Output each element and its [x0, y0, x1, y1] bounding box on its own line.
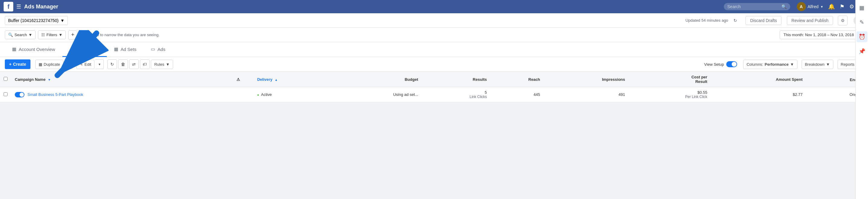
edit-icon: ✎	[80, 62, 83, 67]
tab-account-overview[interactable]: ▦ Account Overview	[5, 42, 62, 57]
tab-account-overview-label: Account Overview	[19, 47, 55, 52]
rules-label: Rules	[154, 62, 164, 67]
nav-icons: A Alfred ▼ 🔔 ⚑ ⚙ ⓘ	[797, 2, 864, 11]
delivery-cell: ● Active	[254, 87, 332, 102]
campaign-name-link[interactable]: Small Business 5-Part Playbook	[27, 92, 83, 97]
ad-sets-icon: ▦	[114, 46, 118, 52]
campaign-name-header[interactable]: Campaign Name ▼	[11, 72, 223, 87]
search-icon: 🔍	[781, 4, 786, 9]
toolbar: + Create ▦ Duplicate ▼ ✎ Edit ▼ ↻ 🗑 ⇄ 🏷 …	[0, 57, 868, 72]
tab-ads[interactable]: ▭ Ads	[144, 42, 173, 57]
edit-button[interactable]: ✎ Edit	[76, 60, 94, 69]
impressions-cell: 491	[544, 87, 629, 102]
reach-header: Reach	[490, 72, 544, 87]
search-filter-label: Search	[14, 33, 27, 37]
reports-label: Reports	[841, 62, 855, 67]
delete-tool-icon[interactable]: 🗑	[118, 59, 128, 69]
tag-tool-icon[interactable]: 🏷	[140, 59, 150, 69]
campaign-name-cell: Small Business 5-Part Playbook	[11, 87, 223, 102]
user-chevron-icon: ▼	[820, 5, 824, 8]
sidebar-pin-icon[interactable]: 📌	[857, 46, 867, 57]
search-bar: 🔍	[724, 3, 790, 10]
date-range-label: This month: Nov 1, 2018 – Nov 13, 2018	[783, 33, 854, 37]
sidebar-clock-icon[interactable]: ⏰	[857, 31, 867, 42]
add-filter-button[interactable]: +	[68, 30, 77, 39]
delivery-sort-icon: ▲	[275, 78, 278, 81]
warning-cell	[223, 87, 254, 102]
search-filter-button[interactable]: 🔍 Search ▼	[5, 30, 36, 39]
date-range-button[interactable]: This month: Nov 1, 2018 – Nov 13, 2018 ▼	[780, 30, 863, 39]
row-checkbox[interactable]	[4, 92, 7, 96]
budget-header: Budget	[332, 72, 422, 87]
move-tool-icon[interactable]: ⇄	[129, 59, 139, 69]
tab-campaigns[interactable]: 🗂 Campaigns	[62, 42, 107, 57]
right-sidebar: ▦ ✎ ⏰ 📌	[855, 0, 868, 102]
hamburger-icon[interactable]: ☰	[16, 3, 21, 10]
tab-ad-sets-label: Ad Sets	[121, 47, 136, 52]
duplicate-icon: ▦	[39, 62, 42, 67]
flag-icon[interactable]: ⚑	[840, 3, 844, 10]
columns-value: Performance	[765, 62, 788, 67]
duplicate-button[interactable]: ▦ Duplicate	[35, 60, 63, 69]
edit-arrow-button[interactable]: ▼	[95, 59, 104, 69]
rules-chevron-icon: ▼	[166, 62, 170, 67]
duplicate-label: Duplicate	[44, 62, 60, 67]
cost-per-result-cell: $0.55 Per Link Click	[629, 87, 711, 102]
campaign-sort-icon: ▼	[48, 78, 51, 81]
rules-button[interactable]: Rules ▼	[151, 60, 173, 69]
breakdown-chevron-icon: ▼	[826, 62, 830, 67]
ads-icon: ▭	[151, 46, 155, 52]
campaign-status-toggle[interactable]	[15, 92, 25, 97]
duplicate-arrow-button[interactable]: ▼	[64, 59, 73, 69]
discard-drafts-button[interactable]: Discard Drafts	[746, 16, 781, 25]
updated-status: Updated 54 minutes ago	[685, 18, 728, 23]
status-toggle-knob	[20, 93, 24, 97]
sub-nav: Buffer (104162123274750) ▼ Updated 54 mi…	[0, 13, 868, 28]
amount-spent-cell: $2.77	[711, 87, 806, 102]
tab-ad-sets[interactable]: ▦ Ad Sets	[107, 42, 144, 57]
avatar: A	[797, 2, 806, 11]
filters-button[interactable]: ☷ Filters ▼	[38, 30, 66, 39]
settings-icon[interactable]: ⚙	[849, 3, 854, 10]
campaigns-table: Campaign Name ▼ ⚠ Delivery ▲ Budget Resu…	[0, 72, 868, 102]
refresh-icon[interactable]: ↻	[734, 18, 737, 23]
sidebar-edit-icon[interactable]: ✎	[857, 17, 867, 28]
columns-button[interactable]: Columns: Performance ▼	[743, 60, 797, 69]
select-all-checkbox[interactable]	[4, 77, 7, 81]
account-overview-icon: ▦	[12, 46, 16, 52]
tab-campaigns-label: Campaigns	[76, 47, 99, 52]
filters-label: Filters	[46, 33, 57, 37]
filters-chevron-icon: ▼	[59, 33, 62, 37]
view-setup-control: View Setup	[704, 61, 737, 67]
table-row: Small Business 5-Part Playbook ● Active …	[0, 87, 868, 102]
account-selector[interactable]: Buffer (104162123274750) ▼	[5, 16, 68, 25]
tab-ads-label: Ads	[157, 47, 165, 52]
delivery-header[interactable]: Delivery ▲	[254, 72, 332, 87]
columns-chevron-icon: ▼	[790, 62, 794, 67]
refresh-tool-icon[interactable]: ↻	[107, 59, 117, 69]
delivery-status: Active	[261, 92, 272, 97]
breakdown-label: Breakdown	[805, 62, 825, 67]
top-nav: f ☰ Ads Manager 🔍 A Alfred ▼ 🔔 ⚑ ⚙ ⓘ	[0, 0, 868, 13]
filter-bar: 🔍 Search ▼ ☷ Filters ▼ + Add filters to …	[0, 28, 868, 42]
notifications-icon[interactable]: 🔔	[828, 3, 835, 10]
account-name: Buffer (104162123274750)	[8, 18, 59, 23]
sidebar-chart-icon[interactable]: ▦	[857, 2, 867, 13]
active-dot-icon: ●	[257, 93, 259, 97]
create-label: Create	[13, 62, 26, 67]
view-setup-toggle[interactable]	[726, 61, 737, 67]
publish-settings-icon[interactable]: ⚙	[838, 16, 847, 25]
create-plus-icon: +	[9, 62, 11, 67]
warning-header: ⚠	[223, 72, 254, 87]
budget-cell: Using ad set...	[332, 87, 422, 102]
fb-logo: f	[4, 2, 13, 11]
edit-label: Edit	[85, 62, 91, 67]
search-input[interactable]	[727, 4, 779, 9]
create-button[interactable]: + Create	[5, 59, 30, 69]
breakdown-button[interactable]: Breakdown ▼	[802, 60, 833, 69]
reach-cell: 445	[490, 87, 544, 102]
review-publish-button[interactable]: Review and Publish	[787, 16, 833, 25]
row-checkbox-cell	[0, 87, 11, 102]
user-menu[interactable]: A Alfred ▼	[797, 2, 824, 11]
results-cell: 5 Link Clicks	[422, 87, 490, 102]
